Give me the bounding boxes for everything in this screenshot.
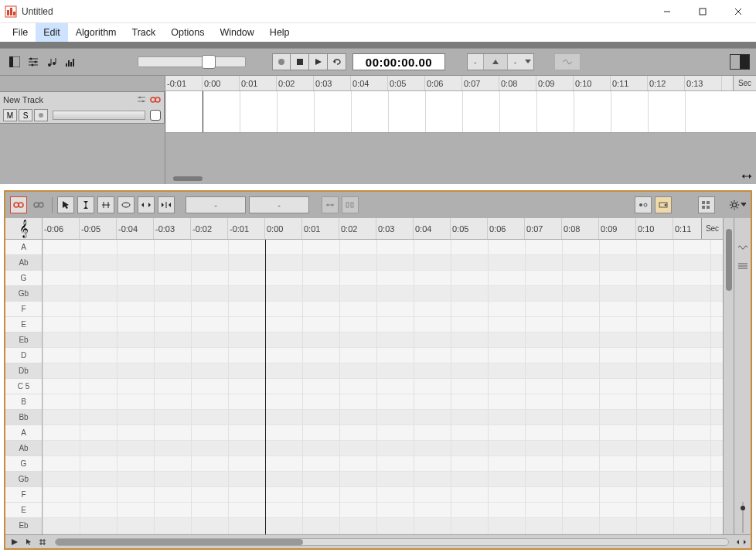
note-grid[interactable] bbox=[43, 240, 723, 534]
foot-sharp-icon[interactable] bbox=[36, 537, 49, 547]
clef-icon[interactable]: 𝄞 bbox=[5, 218, 42, 240]
grid-row bbox=[43, 317, 723, 333]
track-checkbox[interactable] bbox=[150, 110, 161, 121]
view-toggle-2[interactable] bbox=[655, 196, 672, 213]
scrub-tool[interactable] bbox=[158, 196, 175, 213]
range-dropdown[interactable] bbox=[523, 54, 533, 70]
record-button[interactable] bbox=[272, 53, 291, 70]
menu-options[interactable]: Options bbox=[163, 23, 212, 42]
track-link-icon[interactable] bbox=[150, 94, 161, 105]
piano-vscrollbar[interactable] bbox=[723, 218, 734, 534]
piano-key[interactable]: E bbox=[5, 503, 42, 518]
track-settings-icon[interactable] bbox=[136, 94, 147, 105]
piano-key[interactable]: F bbox=[5, 302, 42, 317]
loop-button[interactable] bbox=[328, 53, 346, 70]
mute-button[interactable]: M bbox=[3, 109, 17, 121]
unlink-toggle[interactable] bbox=[30, 196, 47, 213]
piano-time-tick: 0:06 bbox=[488, 218, 525, 239]
quantize-button[interactable] bbox=[342, 196, 359, 213]
foot-pointer-icon[interactable] bbox=[22, 537, 35, 547]
menu-file[interactable]: File bbox=[5, 23, 36, 42]
vscroll-thumb[interactable] bbox=[726, 229, 732, 291]
record-arm-button[interactable] bbox=[34, 109, 48, 121]
piano-key[interactable]: E bbox=[5, 317, 42, 333]
snap-button[interactable] bbox=[554, 53, 581, 70]
piano-key[interactable]: Eb bbox=[5, 333, 42, 348]
sliders-icon[interactable] bbox=[25, 53, 42, 70]
time-ruler[interactable]: -0:010:000:010:020:030:040:050:060:070:0… bbox=[165, 76, 756, 91]
svg-point-63 bbox=[639, 203, 642, 206]
piano-hscrollbar[interactable] bbox=[55, 538, 729, 546]
piano-key[interactable]: Eb bbox=[5, 518, 42, 534]
range-selector[interactable]: - - bbox=[467, 53, 534, 70]
spectrum-icon[interactable] bbox=[62, 53, 79, 70]
pane-divider[interactable] bbox=[0, 184, 756, 190]
maximize-button[interactable] bbox=[685, 0, 720, 23]
menu-window[interactable]: Window bbox=[212, 23, 261, 42]
close-button[interactable] bbox=[720, 0, 756, 23]
piano-key[interactable]: G bbox=[5, 271, 42, 286]
piano-key[interactable]: Gb bbox=[5, 472, 42, 487]
piano-key[interactable]: Ab bbox=[5, 441, 42, 456]
panel-toggle-button[interactable] bbox=[6, 53, 23, 70]
piano-key[interactable]: A bbox=[5, 425, 42, 441]
lines-view-icon[interactable] bbox=[737, 260, 749, 272]
menu-edit[interactable]: Edit bbox=[36, 23, 68, 42]
piano-key[interactable]: Db bbox=[5, 363, 42, 379]
piano-time-ruler[interactable]: -0:06-0:05-0:04-0:03-0:02-0:010:000:010:… bbox=[43, 218, 723, 240]
menu-track[interactable]: Track bbox=[124, 23, 164, 42]
piano-key[interactable]: B bbox=[5, 394, 42, 410]
range-tool[interactable] bbox=[97, 196, 114, 213]
grid-row bbox=[43, 333, 723, 348]
snap-grid-button[interactable] bbox=[322, 196, 339, 213]
svg-marker-26 bbox=[315, 59, 322, 65]
expand-icon[interactable] bbox=[741, 170, 753, 182]
grid-column bbox=[117, 240, 117, 534]
svg-marker-87 bbox=[26, 539, 31, 545]
hscroll-thumb[interactable] bbox=[56, 539, 303, 545]
time-unit-button[interactable]: Sec bbox=[733, 76, 756, 90]
scope-toggle[interactable] bbox=[730, 54, 750, 70]
menu-help[interactable]: Help bbox=[262, 23, 298, 42]
svg-point-60 bbox=[332, 204, 334, 206]
play-button[interactable] bbox=[309, 53, 328, 70]
pointer-tool[interactable] bbox=[57, 196, 74, 213]
piano-key[interactable]: Ab bbox=[5, 255, 42, 271]
piano-key[interactable]: G bbox=[5, 456, 42, 472]
volume-slider[interactable] bbox=[53, 111, 145, 120]
slider-thumb[interactable] bbox=[202, 55, 216, 69]
timeline-scrollbar[interactable] bbox=[165, 173, 756, 184]
track-header[interactable]: New Track M S bbox=[0, 91, 165, 124]
range-mode-icon[interactable] bbox=[484, 54, 508, 70]
waveform-view-icon[interactable] bbox=[737, 241, 749, 254]
piano-key[interactable]: Gb bbox=[5, 286, 42, 302]
note-tool[interactable] bbox=[117, 196, 135, 213]
piano-roll-grid[interactable]: -0:06-0:05-0:04-0:03-0:02-0:010:000:010:… bbox=[43, 218, 723, 534]
foot-play-icon[interactable] bbox=[9, 537, 21, 547]
vzoom-slider[interactable] bbox=[737, 511, 749, 524]
link-toggle[interactable] bbox=[10, 196, 27, 213]
grid-button[interactable] bbox=[698, 196, 715, 213]
gear-icon[interactable] bbox=[729, 196, 746, 213]
minimize-button[interactable] bbox=[649, 0, 685, 23]
menu-algorithm[interactable]: Algorithm bbox=[68, 23, 124, 42]
position-slider[interactable] bbox=[138, 56, 246, 67]
split-tool[interactable] bbox=[77, 196, 94, 213]
view-toggle-1[interactable] bbox=[635, 196, 652, 213]
playhead[interactable] bbox=[203, 91, 203, 132]
piano-key[interactable]: A bbox=[5, 240, 42, 255]
stop-button[interactable] bbox=[291, 53, 309, 70]
stretch-tool[interactable] bbox=[138, 196, 155, 213]
piano-key[interactable]: Bb bbox=[5, 410, 42, 425]
waveform-lane[interactable] bbox=[165, 91, 756, 133]
scrollbar-thumb[interactable] bbox=[173, 176, 203, 181]
piano-key[interactable]: D bbox=[5, 348, 42, 363]
grid-column bbox=[525, 240, 526, 534]
piano-playhead[interactable] bbox=[265, 240, 266, 534]
notes-icon[interactable] bbox=[43, 53, 60, 70]
foot-expand-icon[interactable] bbox=[735, 537, 747, 547]
piano-time-unit[interactable]: Sec bbox=[701, 218, 723, 239]
piano-key[interactable]: F bbox=[5, 487, 42, 503]
piano-key[interactable]: C 5 bbox=[5, 379, 42, 394]
solo-button[interactable]: S bbox=[19, 109, 32, 121]
